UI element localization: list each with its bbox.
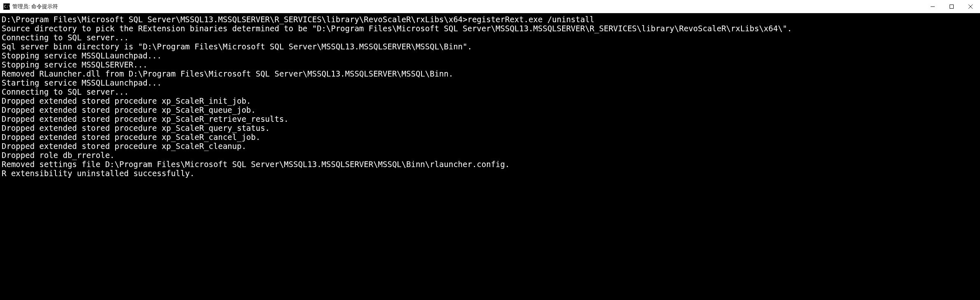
command-prompt-window: C:\ 管理员: 命令提示符 D:\Program Files\Microsof…: [0, 0, 980, 300]
terminal-line: Dropped extended stored procedure xp_Sca…: [2, 114, 978, 123]
terminal-line: Starting service MSSQLLaunchpad...: [2, 78, 978, 87]
terminal-line: Dropped extended stored procedure xp_Sca…: [2, 96, 978, 105]
terminal-line: Dropped role db_rrerole.: [2, 151, 978, 160]
terminal-line: Dropped extended stored procedure xp_Sca…: [2, 105, 978, 114]
terminal-line: Source directory to pick the RExtension …: [2, 24, 978, 33]
terminal-output[interactable]: D:\Program Files\Microsoft SQL Server\MS…: [0, 13, 980, 300]
terminal-line: Removed RLauncher.dll from D:\Program Fi…: [2, 69, 978, 78]
terminal-line: Sql server binn directory is "D:\Program…: [2, 42, 978, 51]
terminal-line: Removed settings file D:\Program Files\M…: [2, 160, 978, 169]
cmd-icon: C:\: [3, 3, 10, 10]
minimize-button[interactable]: [923, 0, 942, 13]
terminal-line: Dropped extended stored procedure xp_Sca…: [2, 133, 978, 142]
svg-rect-3: [950, 5, 954, 8]
terminal-line: Connecting to SQL server...: [2, 87, 978, 96]
maximize-button[interactable]: [942, 0, 961, 13]
window-controls: [923, 0, 980, 13]
terminal-line: Stopping service MSSQLLaunchpad...: [2, 51, 978, 60]
terminal-line: R extensibility uninstalled successfully…: [2, 169, 978, 178]
svg-text:C:\: C:\: [4, 5, 10, 9]
terminal-line: Dropped extended stored procedure xp_Sca…: [2, 123, 978, 133]
terminal-line: Dropped extended stored procedure xp_Sca…: [2, 142, 978, 151]
titlebar[interactable]: C:\ 管理员: 命令提示符: [0, 0, 980, 13]
close-button[interactable]: [961, 0, 980, 13]
terminal-line: Stopping service MSSQLSERVER...: [2, 60, 978, 69]
window-title: 管理员: 命令提示符: [12, 3, 923, 10]
terminal-line: D:\Program Files\Microsoft SQL Server\MS…: [2, 15, 978, 24]
terminal-line: Connecting to SQL server...: [2, 33, 978, 42]
